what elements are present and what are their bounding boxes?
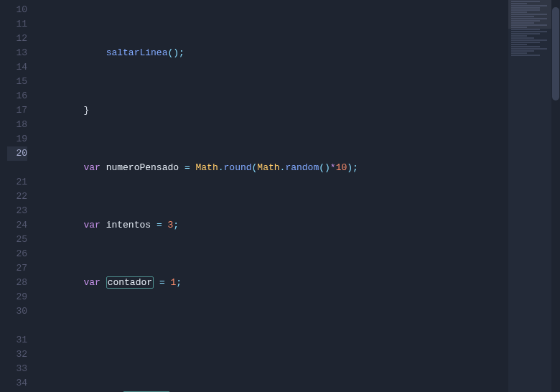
line-number: 32 (7, 347, 27, 362)
gutter: 1011121314151617181920212223242526272829… (0, 0, 34, 392)
code-line[interactable]: var contador = 1; (39, 276, 560, 290)
line-number (7, 161, 27, 175)
line-number: 13 (7, 46, 27, 60)
line-number: 23 (7, 204, 27, 218)
line-number: 24 (7, 218, 27, 233)
line-number: 15 (7, 75, 27, 89)
line-number: 11 (7, 17, 27, 32)
line-number: 25 (7, 233, 27, 247)
code-line[interactable]: saltarLinea(); (39, 46, 560, 60)
code-line[interactable]: } (39, 103, 560, 118)
line-number: 21 (7, 175, 27, 190)
code-area[interactable]: saltarLinea(); } var numeroPensado = Mat… (34, 0, 560, 392)
vertical-scrollbar[interactable] (551, 0, 560, 392)
code-line[interactable] (39, 333, 560, 347)
line-number: 26 (7, 247, 27, 261)
line-number: 27 (7, 261, 27, 276)
line-number: 22 (7, 190, 27, 204)
line-number: 28 (7, 276, 27, 290)
line-number: 10 (7, 3, 27, 17)
scrollbar-thumb[interactable] (552, 7, 559, 101)
code-editor: 1011121314151617181920212223242526272829… (0, 0, 560, 392)
line-number: 30 (7, 304, 27, 319)
line-number: 31 (7, 333, 27, 347)
line-number: 20 (7, 146, 27, 161)
line-number (7, 319, 27, 333)
var-highlight: contador (106, 276, 154, 289)
line-number: 18 (7, 118, 27, 132)
code-line[interactable]: var intentos = 3; (39, 218, 560, 233)
line-number: 34 (7, 376, 27, 391)
line-number: 29 (7, 290, 27, 304)
line-number: 14 (7, 60, 27, 75)
line-number: 33 (7, 362, 27, 376)
line-number: 12 (7, 32, 27, 46)
line-number: 16 (7, 89, 27, 103)
line-number: 19 (7, 132, 27, 146)
line-number: 17 (7, 103, 27, 118)
code-line[interactable]: var numeroPensado = Math.round(Math.rand… (39, 161, 560, 175)
